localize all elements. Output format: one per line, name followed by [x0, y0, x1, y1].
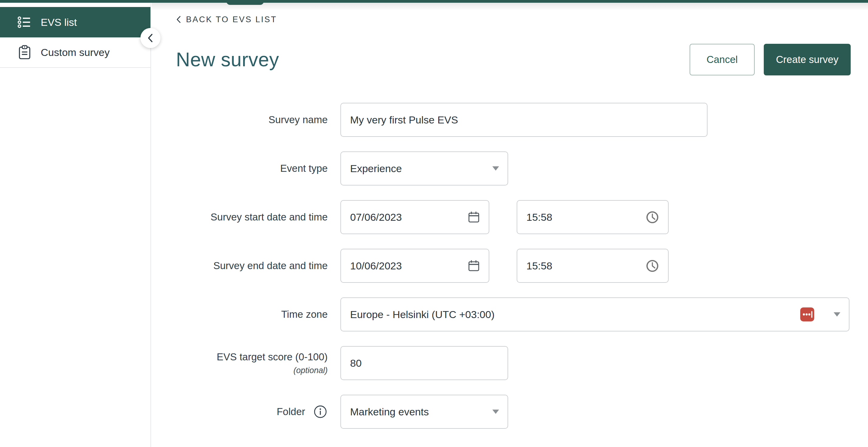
- top-bar: [0, 0, 868, 3]
- survey-name-field[interactable]: [340, 103, 708, 137]
- lastpass-icon[interactable]: [800, 307, 814, 321]
- calendar-icon[interactable]: [467, 211, 480, 224]
- end-time-field[interactable]: [517, 249, 669, 283]
- chevron-left-icon: [147, 32, 154, 44]
- time-zone-select[interactable]: Europe - Helsinki (UTC +03:00): [340, 297, 849, 331]
- start-date-input[interactable]: [350, 211, 467, 223]
- chevron-left-icon: [176, 15, 181, 24]
- folder-label: Folder: [277, 406, 305, 418]
- form-row-event-type: Event type Experience: [152, 151, 868, 185]
- page-header: New survey Cancel Create survey: [176, 44, 851, 76]
- time-zone-value: Europe - Helsinki (UTC +03:00): [350, 309, 494, 321]
- back-to-evs-list-link[interactable]: BACK TO EVS LIST: [176, 14, 277, 25]
- start-date-field[interactable]: [340, 200, 489, 234]
- create-survey-button[interactable]: Create survey: [764, 44, 851, 76]
- survey-end-label: Survey end date and time: [152, 260, 328, 272]
- sidebar: EVS list Custom survey: [0, 3, 151, 447]
- start-time-field[interactable]: [517, 200, 669, 234]
- folder-select[interactable]: Marketing events: [340, 395, 508, 429]
- clock-icon[interactable]: [645, 210, 659, 225]
- survey-name-label: Survey name: [152, 114, 328, 126]
- info-icon[interactable]: [313, 405, 328, 419]
- caret-down-icon: [834, 312, 840, 317]
- event-type-select[interactable]: Experience: [340, 151, 508, 185]
- sidebar-item-label: Custom survey: [41, 47, 110, 58]
- target-score-input[interactable]: [350, 357, 499, 369]
- end-date-input[interactable]: [350, 260, 467, 272]
- clipboard-icon: [18, 45, 32, 60]
- start-time-input[interactable]: [526, 211, 645, 223]
- topbar-tab-notch: [226, 0, 264, 5]
- calendar-icon[interactable]: [467, 259, 480, 272]
- target-score-label: EVS target score (0-100): [217, 351, 328, 363]
- page-title: New survey: [176, 48, 279, 71]
- survey-name-input[interactable]: [350, 114, 699, 126]
- clock-icon[interactable]: [645, 259, 659, 273]
- event-type-value: Experience: [350, 163, 402, 175]
- caret-down-icon: [492, 166, 499, 171]
- form-row-time-zone: Time zone Europe - Helsinki (UTC +03:00): [152, 297, 868, 331]
- new-survey-form: Survey name Event type Experience Survey…: [152, 103, 868, 429]
- target-score-optional-label: (optional): [293, 366, 328, 375]
- end-date-field[interactable]: [340, 249, 489, 283]
- form-row-survey-start: Survey start date and time: [152, 200, 868, 234]
- form-row-survey-name: Survey name: [152, 103, 868, 137]
- survey-start-label: Survey start date and time: [152, 211, 328, 223]
- back-link-label: BACK TO EVS LIST: [186, 15, 277, 24]
- time-zone-label: Time zone: [152, 309, 328, 320]
- main-area: BACK TO EVS LIST New survey Cancel Creat…: [152, 3, 868, 447]
- form-row-folder: Folder Marketing events: [152, 395, 868, 429]
- cancel-button[interactable]: Cancel: [690, 44, 755, 76]
- sidebar-item-custom-survey[interactable]: Custom survey: [0, 37, 150, 68]
- end-time-input[interactable]: [526, 260, 645, 272]
- event-type-label: Event type: [152, 163, 328, 174]
- form-row-survey-end: Survey end date and time: [152, 249, 868, 283]
- sidebar-item-evs-list[interactable]: EVS list: [0, 7, 150, 37]
- sidebar-item-label: EVS list: [41, 17, 77, 28]
- caret-down-icon: [492, 410, 499, 414]
- form-row-target-score: EVS target score (0-100) (optional): [152, 346, 868, 380]
- folder-value: Marketing events: [350, 406, 429, 418]
- list-icon: [18, 16, 32, 29]
- sidebar-collapse-button[interactable]: [141, 28, 160, 48]
- target-score-field[interactable]: [340, 346, 508, 380]
